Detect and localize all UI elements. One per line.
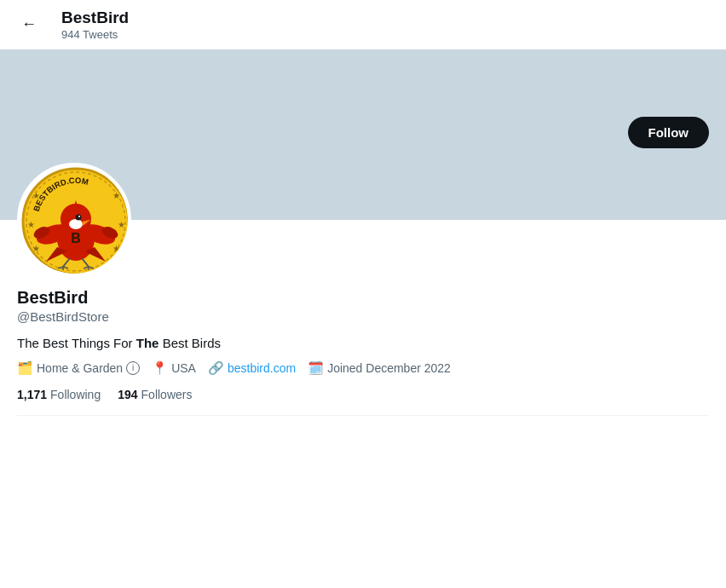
location-label: USA (171, 361, 196, 375)
meta-location: 📍 USA (152, 360, 196, 376)
followers-label: Followers (141, 388, 193, 401)
header-info: BestBird 944 Tweets (61, 9, 129, 41)
svg-point-19 (69, 219, 83, 229)
calendar-icon: 🗓️ (308, 360, 324, 376)
bio: The Best Things For The Best Birds (17, 334, 709, 352)
bio-bold: The (136, 336, 159, 350)
meta-category: 🗂️ Home & Garden i (17, 360, 140, 376)
category-label: Home & Garden (37, 361, 123, 375)
avatar: ★ ★ ★ ★ ★ ★ BESTBIRD.COM (17, 163, 131, 277)
joined-label: Joined December 2022 (327, 361, 451, 375)
back-button[interactable]: ← (14, 9, 44, 40)
briefcase-icon: 🗂️ (17, 360, 33, 376)
svg-point-22 (78, 216, 80, 217)
profile-section: ★ ★ ★ ★ ★ ★ BESTBIRD.COM (0, 163, 726, 416)
meta-row: 🗂️ Home & Garden i 📍 USA 🔗 bestbird.com … (17, 360, 709, 376)
svg-text:★: ★ (32, 244, 40, 253)
divider (17, 415, 709, 416)
svg-text:★: ★ (112, 191, 120, 200)
svg-text:★: ★ (118, 220, 125, 229)
display-name: BestBird (17, 287, 709, 308)
stats-row: 1,171 Following 194 Followers (17, 388, 709, 401)
followers-count: 194 (118, 388, 137, 401)
follow-button-container: Follow (628, 117, 710, 148)
svg-text:★: ★ (27, 220, 35, 229)
meta-joined: 🗓️ Joined December 2022 (308, 360, 451, 376)
header-display-name: BestBird (61, 9, 129, 28)
back-icon: ← (21, 15, 37, 33)
avatar-image: ★ ★ ★ ★ ★ ★ BESTBIRD.COM (20, 166, 128, 274)
svg-point-21 (76, 214, 82, 220)
profile-info: BestBird @BestBirdStore The Best Things … (17, 287, 709, 401)
followers-stat[interactable]: 194 Followers (118, 388, 192, 401)
following-stat[interactable]: 1,171 Following (17, 388, 101, 401)
svg-text:B: B (71, 231, 81, 245)
bio-text-1: The Best Things For (17, 336, 136, 350)
following-label: Following (50, 388, 101, 401)
meta-website: 🔗 bestbird.com (208, 360, 296, 376)
profile-header: ← BestBird 944 Tweets (0, 0, 726, 49)
svg-text:★: ★ (112, 244, 120, 253)
link-icon: 🔗 (208, 360, 224, 376)
following-count: 1,171 (17, 388, 47, 401)
info-icon: i (126, 361, 140, 375)
username: @BestBirdStore (17, 309, 709, 324)
follow-button[interactable]: Follow (628, 117, 710, 148)
location-icon: 📍 (152, 360, 168, 376)
website-link[interactable]: bestbird.com (228, 361, 296, 375)
header-tweet-count: 944 Tweets (61, 28, 129, 41)
